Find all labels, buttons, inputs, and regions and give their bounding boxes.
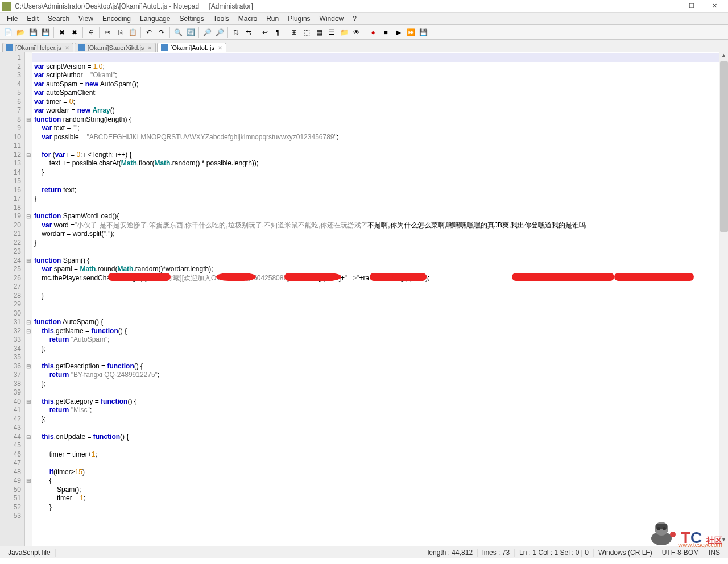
play-macro-icon[interactable]: ▶: [392, 27, 404, 38]
app-icon: [2, 2, 11, 11]
svg-point-3: [657, 527, 660, 530]
stop-macro-icon[interactable]: ■: [380, 27, 391, 38]
replace-icon[interactable]: 🔄: [185, 27, 196, 38]
separator: [140, 27, 141, 38]
separator: [53, 27, 54, 38]
titlebar: C:\Users\Administrator\Desktop\js\[Okami…: [0, 0, 728, 13]
tab-label: [Okami]SauerXikd.js: [88, 44, 144, 51]
menu-encoding[interactable]: Encoding: [98, 14, 135, 24]
folder-as-workspace-icon[interactable]: 📁: [338, 27, 350, 38]
status-lines: lines : 73: [478, 549, 515, 557]
close-file-icon[interactable]: ✖: [56, 27, 68, 38]
menu-view[interactable]: View: [74, 14, 98, 24]
minimize-button[interactable]: —: [657, 0, 680, 13]
separator: [257, 27, 257, 38]
save-all-icon[interactable]: 💾: [40, 27, 51, 38]
watermark-url: www.tcsqw.com: [678, 541, 722, 548]
play-multi-icon[interactable]: ⏩: [405, 27, 416, 38]
user-lang-icon[interactable]: ⬚: [301, 27, 312, 38]
vertical-scrollbar[interactable]: ▲ ▼: [719, 52, 728, 546]
watermark-mascot-icon: [644, 519, 679, 547]
tab-close-icon[interactable]: ✕: [147, 45, 152, 51]
status-eol[interactable]: Windows (CR LF): [594, 549, 657, 557]
tab-label: [Okami]Helper.js: [15, 44, 61, 51]
redaction-mark: [392, 273, 427, 281]
paste-icon[interactable]: 📋: [127, 27, 138, 38]
menu-plugins[interactable]: Plugins: [283, 14, 315, 24]
sync-v-icon[interactable]: ⇅: [230, 27, 242, 38]
redo-icon[interactable]: ↷: [156, 27, 167, 38]
separator: [365, 27, 365, 38]
tab-close-icon[interactable]: ✕: [218, 45, 222, 51]
redaction-mark: [301, 273, 341, 281]
maximize-button[interactable]: ☐: [680, 0, 703, 13]
menu-language[interactable]: Language: [135, 14, 175, 24]
sync-h-icon[interactable]: ⇆: [243, 27, 254, 38]
zoom-in-icon[interactable]: 🔎: [201, 27, 213, 38]
undo-icon[interactable]: ↶: [143, 27, 155, 38]
menu-edit[interactable]: Edit: [22, 14, 43, 24]
watermark: TC 社区 www.tcsqw.com: [644, 519, 722, 547]
menu-window[interactable]: Window: [315, 14, 349, 24]
close-all-icon[interactable]: ✖: [69, 27, 80, 38]
scroll-up-icon[interactable]: ▲: [719, 52, 728, 61]
status-length: length : 44,812: [423, 549, 478, 557]
fold-column[interactable]: │││││││⊟│││⊟││││││⊟││││⊟││││││⊟⊟│││⊟│││⊟…: [25, 52, 32, 546]
tab-okami-sauerxikd[interactable]: [Okami]SauerXikd.js ✕: [75, 43, 156, 52]
find-icon[interactable]: 🔍: [172, 27, 184, 38]
menu-help[interactable]: ?: [348, 14, 361, 24]
separator: [286, 27, 286, 38]
function-list-icon[interactable]: ☰: [326, 27, 337, 38]
copy-icon[interactable]: ⎘: [114, 27, 126, 38]
open-file-icon[interactable]: 📂: [15, 27, 26, 38]
status-mode[interactable]: INS: [704, 549, 725, 557]
indent-guide-icon[interactable]: ⊞: [288, 27, 300, 38]
redaction-mark: [614, 273, 694, 281]
record-macro-icon[interactable]: ●: [367, 27, 379, 38]
redaction-mark: [512, 273, 614, 281]
save-icon[interactable]: 💾: [27, 27, 39, 38]
tab-okami-autol[interactable]: [Okami]AutoL.js ✕: [157, 43, 226, 52]
zoom-out-icon[interactable]: 🔎: [214, 27, 225, 38]
file-icon: [6, 44, 13, 51]
menu-tools[interactable]: Tools: [209, 14, 234, 24]
file-icon: [78, 44, 85, 51]
wordwrap-icon[interactable]: ↩: [259, 27, 271, 38]
redaction-mark: [108, 273, 171, 281]
doc-map-icon[interactable]: ▤: [313, 27, 325, 38]
svg-point-4: [663, 527, 666, 530]
code-area[interactable]: var scriptName = "AutoSpam";var scriptVe…: [32, 52, 728, 546]
monitoring-icon[interactable]: 👁: [351, 27, 362, 38]
file-icon: [161, 44, 168, 51]
separator: [198, 27, 199, 38]
separator: [169, 27, 170, 38]
save-macro-icon[interactable]: 💾: [417, 27, 429, 38]
cut-icon[interactable]: ✂: [102, 27, 113, 38]
show-all-chars-icon[interactable]: ¶: [272, 27, 283, 38]
menubar: File Edit Search View Encoding Language …: [0, 13, 728, 25]
menu-run[interactable]: Run: [262, 14, 283, 24]
window-controls: — ☐ ✕: [657, 0, 726, 13]
close-button[interactable]: ✕: [703, 0, 726, 13]
separator: [99, 27, 100, 38]
separator: [82, 27, 83, 38]
scroll-thumb[interactable]: [720, 61, 728, 232]
tab-okami-helper[interactable]: [Okami]Helper.js ✕: [2, 43, 73, 52]
print-icon[interactable]: 🖨: [85, 27, 97, 38]
current-line-highlight: [32, 53, 719, 62]
redaction-mark: [216, 273, 256, 281]
menu-settings[interactable]: Settings: [175, 14, 208, 24]
status-encoding[interactable]: UTF-8-BOM: [657, 549, 704, 557]
status-filetype: JavaScript file: [3, 549, 56, 557]
editor[interactable]: 1234567891011121314151617181920212223242…: [0, 52, 728, 546]
tabbar: [Okami]Helper.js ✕ [Okami]SauerXikd.js ✕…: [0, 40, 728, 52]
new-file-icon[interactable]: 📄: [2, 27, 14, 38]
menu-macro[interactable]: Macro: [234, 14, 262, 24]
toolbar: 📄 📂 💾 💾 ✖ ✖ 🖨 ✂ ⎘ 📋 ↶ ↷ 🔍 🔄 🔎 🔎 ⇅ ⇆ ↩ ¶ …: [0, 25, 728, 40]
tab-close-icon[interactable]: ✕: [65, 45, 69, 51]
menu-file[interactable]: File: [2, 14, 22, 24]
svg-point-5: [670, 532, 676, 537]
separator: [228, 27, 228, 38]
menu-search[interactable]: Search: [43, 14, 74, 24]
tab-label: [Okami]AutoL.js: [170, 44, 214, 51]
